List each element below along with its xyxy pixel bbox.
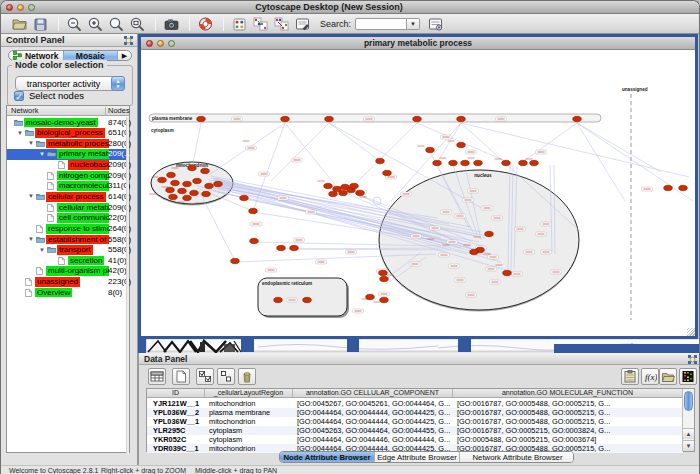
- open-file-icon[interactable]: [10, 15, 28, 32]
- data-panel-float-icon[interactable]: [688, 355, 697, 364]
- scroll-down-icon[interactable]: ▼: [683, 440, 694, 451]
- network-node[interactable]: [201, 168, 210, 173]
- network-node[interactable]: [350, 183, 359, 188]
- network-tree-header[interactable]: Network Nodes: [7, 106, 129, 116]
- network-node[interactable]: [188, 165, 197, 170]
- select-attributes-icon[interactable]: [196, 368, 214, 385]
- scroll-up-icon[interactable]: ▲: [683, 428, 694, 439]
- heatmap-icon[interactable]: [679, 368, 697, 385]
- tab-node-attribute-browser[interactable]: Node Attribute Browser: [280, 452, 375, 462]
- network-node[interactable]: [329, 191, 338, 196]
- network-node[interactable]: [240, 195, 249, 200]
- float-panel-icon[interactable]: [124, 36, 133, 45]
- network-view-titlebar[interactable]: primary metabolic process: [141, 37, 695, 50]
- network-node[interactable]: [171, 180, 180, 185]
- import-list-icon[interactable]: [621, 368, 639, 385]
- network-node[interactable]: [274, 297, 283, 302]
- tree-col-divider[interactable]: [105, 107, 106, 115]
- tree-row-transport[interactable]: ▼transport 558(0): [7, 245, 129, 256]
- network-node[interactable]: [169, 194, 178, 199]
- expander-icon[interactable]: ▼: [39, 151, 45, 158]
- unselect-attributes-icon[interactable]: [217, 368, 235, 385]
- edge[interactable]: [353, 123, 417, 186]
- network-node[interactable]: [166, 187, 175, 192]
- edge[interactable]: [329, 123, 380, 161]
- network-node[interactable]: [470, 249, 479, 254]
- tab-edge-attribute-browser[interactable]: Edge Attribute Browser: [375, 452, 460, 462]
- network-node[interactable]: [356, 190, 365, 195]
- zoom-selected-icon[interactable]: [107, 15, 125, 32]
- tree-row-response-to-stimul[interactable]: response to stimul264(0): [7, 223, 129, 234]
- tree-row-overview[interactable]: Overview8(0): [7, 287, 129, 298]
- network-node[interactable]: [214, 181, 223, 186]
- delete-attribute-icon[interactable]: [238, 368, 256, 385]
- resize-grip[interactable]: [687, 328, 695, 336]
- search-input[interactable]: [355, 18, 407, 30]
- edge[interactable]: [285, 123, 337, 187]
- network-node[interactable]: [383, 170, 392, 175]
- network-node[interactable]: [178, 188, 187, 193]
- tree-row-establishment-of-lo[interactable]: ▼establishment of lo558(0): [7, 234, 129, 245]
- edge[interactable]: [577, 123, 625, 201]
- tab-network[interactable]: Network: [9, 51, 63, 60]
- network-node[interactable]: [679, 185, 688, 190]
- network-node[interactable]: [449, 160, 458, 165]
- network-node[interactable]: [167, 172, 176, 177]
- import-file-icon[interactable]: [659, 368, 677, 385]
- network-node[interactable]: [502, 160, 511, 165]
- network-node[interactable]: [503, 270, 512, 275]
- save-icon[interactable]: [31, 15, 49, 32]
- network-node[interactable]: [158, 177, 167, 182]
- tree-row-cell-communicat[interactable]: cell communicat22(0): [7, 213, 129, 224]
- network-node[interactable]: [426, 147, 435, 152]
- table-row-YPL036W__2[interactable]: YPL036W__2plasma membrane[GO:0044464, GO…: [147, 408, 683, 417]
- network-node[interactable]: [290, 245, 299, 250]
- network-node[interactable]: [183, 195, 192, 200]
- vizmapper-icon[interactable]: [230, 15, 248, 32]
- network-node[interactable]: [573, 116, 582, 121]
- tab-overflow-arrow-icon[interactable]: ▶: [118, 51, 131, 60]
- tab-network-attribute-browser[interactable]: Network Attribute Browser: [460, 452, 574, 462]
- tree-scrollbar[interactable]: [126, 117, 129, 454]
- zoom-in-icon[interactable]: [86, 15, 104, 32]
- tree-row-nitrogen-compo[interactable]: nitrogen compo209(0): [7, 170, 129, 181]
- network-node[interactable]: [250, 238, 259, 243]
- tree-row-cellular-process[interactable]: ▼cellular process614(0): [7, 191, 129, 202]
- edge[interactable]: [577, 123, 693, 201]
- network-node[interactable]: [433, 160, 442, 165]
- compartment-nucleus[interactable]: [379, 170, 579, 310]
- merge-network-alt-icon[interactable]: [272, 15, 290, 32]
- expander-icon[interactable]: ▼: [39, 247, 45, 254]
- network-node[interactable]: [485, 231, 494, 236]
- column-header-2[interactable]: annotation.GO CELLULAR_COMPONENT: [293, 389, 453, 397]
- search-dropdown-icon[interactable]: ▼: [407, 18, 420, 30]
- annotation-icon[interactable]: [293, 15, 311, 32]
- network-node[interactable]: [277, 245, 286, 250]
- column-header-1[interactable]: _cellularLayoutRegion: [205, 389, 293, 397]
- network-node[interactable]: [325, 116, 334, 121]
- network-node[interactable]: [376, 158, 385, 163]
- tree-row-secretion[interactable]: secretion41(0): [7, 255, 129, 266]
- network-node[interactable]: [474, 160, 483, 165]
- column-header-3[interactable]: annotation.GO MOLECULAR_FUNCTION: [453, 389, 683, 397]
- table-scrollbar-thumb[interactable]: [684, 391, 693, 411]
- expander-icon[interactable]: ▼: [28, 236, 34, 243]
- attribute-table-icon[interactable]: [148, 368, 166, 385]
- help-ring-icon[interactable]: [196, 15, 214, 32]
- tree-row-mosaic-demo-yeast[interactable]: mosaic-demo-yeast874(0): [7, 117, 129, 128]
- expander-icon[interactable]: ▼: [17, 130, 23, 137]
- table-row-YJR121W__1[interactable]: YJR121W__1mitochondrion[GO:0045267, GO:0…: [147, 399, 683, 408]
- network-node[interactable]: [413, 116, 422, 121]
- network-node[interactable]: [193, 178, 202, 183]
- tree-row-multi-organism-pro[interactable]: multi-organism pro42(0): [7, 266, 129, 277]
- network-node[interactable]: [303, 297, 312, 302]
- tree-row-cellular-metabol[interactable]: cellular metabol209(0): [7, 202, 129, 213]
- tree-row-metabolic-process[interactable]: ▼metabolic process 280(0): [7, 138, 129, 149]
- table-scrollbar[interactable]: ▲ ▼: [682, 389, 694, 451]
- network-node[interactable]: [461, 160, 470, 165]
- network-node[interactable]: [324, 183, 333, 188]
- configure-search-icon[interactable]: [426, 15, 444, 32]
- tree-row-nucleobase-[interactable]: nucleobase-209(0): [7, 160, 129, 171]
- tree-row-macromolecule[interactable]: macromolecule311(0): [7, 181, 129, 192]
- table-row-YPL036W__1[interactable]: YPL036W__1mitochondrion[GO:0044464, GO:0…: [147, 417, 683, 426]
